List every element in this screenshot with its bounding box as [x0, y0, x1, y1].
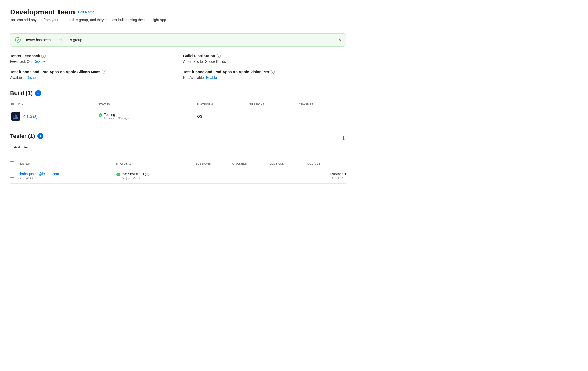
- tester-row-checkbox[interactable]: [10, 174, 14, 178]
- sort-icon: ∨: [22, 103, 24, 106]
- tester-crashes-cell: [232, 168, 268, 184]
- vision-pro-section: Test iPhone and iPad Apps on Apple Visio…: [183, 70, 346, 80]
- add-tester-button[interactable]: +: [37, 133, 43, 139]
- filter-row: Add Filter: [10, 144, 346, 155]
- tester-email-link[interactable]: shahsquatch@icloud.com: [18, 172, 116, 176]
- mac-apps-section: Test iPhone and iPad Apps on Apple Silic…: [10, 70, 173, 80]
- build-status-info: Testing Expires in 90 days: [104, 113, 129, 120]
- vision-pro-label: Test iPhone and iPad Apps on Apple Visio…: [183, 70, 346, 74]
- sort-asc-icon: ∧: [129, 162, 131, 165]
- tester-title-group: Tester (1) +: [10, 133, 43, 140]
- add-filter-button[interactable]: Add Filter: [10, 144, 32, 151]
- tester-section-header: Tester (1) + ⬇: [10, 133, 346, 144]
- build-distribution-value: Automatic for Xcode Builds: [183, 59, 346, 64]
- tester-col-status[interactable]: STATUS ∧: [116, 159, 196, 168]
- build-col-platform: PLATFORM: [196, 101, 249, 108]
- build-cell: 0.1.0 (3): [10, 108, 98, 125]
- tester-status-info: Installed 0.1.0 (3) Aug 30, 2024: [122, 172, 149, 180]
- tester-col-crashes: CRASHES: [232, 159, 268, 168]
- settings-grid: Tester Feedback ? Feedback On Disable Bu…: [10, 54, 346, 80]
- svg-point-4: [116, 173, 120, 176]
- add-build-button[interactable]: +: [35, 90, 41, 96]
- installed-status-icon: [116, 173, 120, 177]
- vision-pro-help-icon[interactable]: ?: [271, 70, 275, 74]
- build-sessions-cell: –: [249, 108, 299, 125]
- tester-info-cell: shahsquatch@icloud.com Samyak Shah: [18, 168, 116, 184]
- banner-close-button[interactable]: ×: [338, 38, 341, 42]
- page-subtitle: You can add anyone from your team to thi…: [10, 18, 346, 22]
- export-button[interactable]: ⬇: [341, 135, 346, 142]
- tester-col-tester[interactable]: TESTER: [18, 159, 116, 168]
- success-banner: 1 tester has been added to this group. ×: [10, 33, 346, 47]
- tester-col-checkbox: [10, 159, 18, 168]
- build-distribution-help-icon[interactable]: ?: [217, 54, 221, 58]
- build-section: Build (1) + BUILD ∨ STATUS PLATFORM SESS…: [10, 90, 346, 125]
- svg-point-0: [15, 37, 20, 42]
- tester-feedback-disable-link[interactable]: Disable: [34, 59, 46, 64]
- build-distribution-section: Build Distribution ? Automatic for Xcode…: [183, 54, 346, 64]
- success-message: 1 tester has been added to this group.: [23, 38, 83, 42]
- build-col-crashes: CRASHES: [299, 101, 346, 108]
- settings-divider: [10, 85, 346, 85]
- build-table-header-row: BUILD ∨ STATUS PLATFORM SESSIONS CRASHES: [10, 101, 346, 108]
- tester-section: Tester (1) + ⬇ Add Filter TESTER STATUS …: [10, 133, 346, 184]
- tester-feedback-value: Feedback On Disable: [10, 59, 173, 64]
- page-title: Development Team: [10, 8, 75, 16]
- mac-apps-help-icon[interactable]: ?: [102, 70, 106, 74]
- tester-feedback-cell: [268, 168, 307, 184]
- build-section-header: Build (1) +: [10, 90, 346, 97]
- tester-col-sessions: SESSIONS: [195, 159, 232, 168]
- build-table: BUILD ∨ STATUS PLATFORM SESSIONS CRASHES: [10, 101, 346, 125]
- tester-section-title: Tester (1): [10, 133, 35, 140]
- header-divider: [10, 28, 346, 28]
- mac-apps-value: Available Disable: [10, 75, 173, 80]
- tester-feedback-section: Tester Feedback ? Feedback On Disable: [10, 54, 173, 64]
- tester-sessions-cell: [195, 168, 232, 184]
- build-version-link[interactable]: 0.1.0 (3): [23, 114, 38, 119]
- build-platform-cell: iOS: [196, 108, 249, 125]
- testing-status-icon: [98, 113, 102, 117]
- vision-pro-value: Not Available Enable: [183, 75, 346, 80]
- tester-device-info: iPhone 13 iOS 17.5.1: [307, 172, 346, 180]
- app-icon-svg: [11, 112, 20, 121]
- tester-devices-cell: iPhone 13 iOS 17.5.1: [307, 168, 346, 184]
- success-icon: [15, 37, 21, 43]
- tester-row-checkbox-cell: [10, 168, 18, 184]
- build-col-status: STATUS: [98, 101, 197, 108]
- edit-name-link[interactable]: Edit Name: [78, 10, 95, 14]
- mac-apps-disable-link[interactable]: Disable: [27, 75, 39, 80]
- tester-col-feedback: FEEDBACK: [268, 159, 307, 168]
- tester-feedback-help-icon[interactable]: ?: [41, 54, 46, 58]
- build-section-title: Build (1): [10, 90, 33, 97]
- svg-point-3: [99, 113, 102, 117]
- tester-name: Samyak Shah: [18, 176, 40, 180]
- tester-feedback-label: Tester Feedback ?: [10, 54, 173, 58]
- build-table-row: 0.1.0 (3) Testing Expires in 90 days: [10, 108, 346, 125]
- tester-status-cell: Installed 0.1.0 (3) Aug 30, 2024: [116, 168, 196, 184]
- mac-apps-label: Test iPhone and iPad Apps on Apple Silic…: [10, 70, 173, 74]
- build-col-build: BUILD ∨: [10, 101, 98, 108]
- build-col-sessions: SESSIONS: [249, 101, 299, 108]
- vision-pro-enable-link[interactable]: Enable: [206, 75, 217, 80]
- page-header: Development Team Edit Name: [10, 8, 346, 16]
- build-distribution-label: Build Distribution ?: [183, 54, 346, 58]
- success-banner-content: 1 tester has been added to this group.: [15, 37, 83, 43]
- app-icon: [11, 112, 20, 121]
- export-icon: ⬇: [341, 135, 346, 141]
- select-all-checkbox[interactable]: [10, 161, 14, 165]
- svg-point-2: [13, 116, 16, 118]
- tester-table-header-row: TESTER STATUS ∧ SESSIONS CRASHES FEEDBAC…: [10, 159, 346, 168]
- tester-col-devices: DEVICES: [307, 159, 346, 168]
- tester-table-row: shahsquatch@icloud.com Samyak Shah Insta…: [10, 168, 346, 184]
- build-crashes-cell: –: [299, 108, 346, 125]
- build-status-cell: Testing Expires in 90 days: [98, 108, 197, 125]
- tester-table: TESTER STATUS ∧ SESSIONS CRASHES FEEDBAC…: [10, 159, 346, 184]
